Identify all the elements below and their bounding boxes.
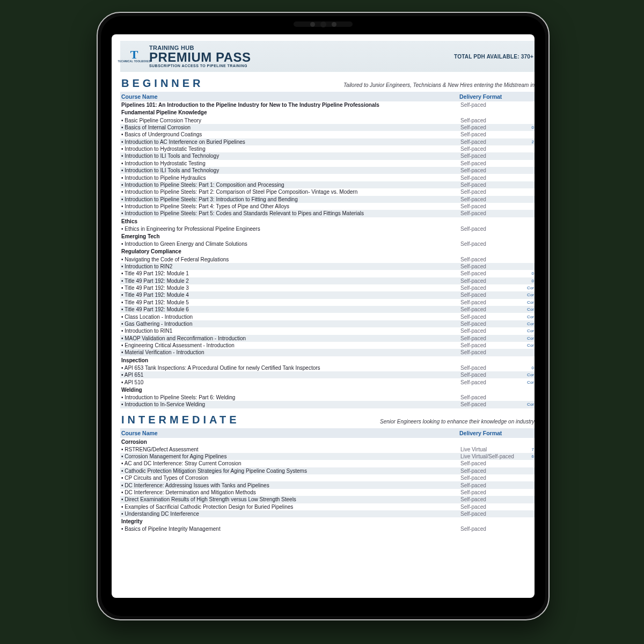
course-name: • Navigating the Code of Federal Regulat… — [120, 255, 459, 262]
logo-wordmark: TECHNICAL TOOLBOXES — [118, 61, 150, 63]
course-name: • Title 49 Part 192: Module 1 — [120, 270, 459, 277]
course-name: • Cathodic Protection Mitigation Strateg… — [120, 467, 459, 474]
course-row: • Title 49 Part 192: Module 3Self-pacedC… — [120, 284, 535, 291]
course-row: • Material Verification - IntroductionSe… — [120, 349, 535, 356]
course-name: • API 653 Tank Inspections: A Procedural… — [120, 364, 459, 371]
delivery-format: Self-paced — [459, 160, 524, 167]
level-title: INTERMEDIATE — [121, 414, 240, 426]
course-extra — [524, 181, 535, 188]
course-extra — [524, 101, 535, 108]
course-extra — [524, 481, 535, 488]
course-extra — [524, 145, 535, 152]
banner-title: PREMIUM PASS — [149, 51, 251, 64]
delivery-format: Self-paced — [459, 327, 524, 334]
course-name: • Introduction to RIN2 — [120, 263, 459, 270]
course-row: • Understanding DC InterferenceSelf-pace… — [120, 510, 535, 517]
course-name: Pipelines 101: An Introduction to the Pi… — [120, 101, 459, 108]
course-name: • Title 49 Part 192: Module 4 — [120, 291, 459, 298]
camera-dot — [332, 22, 336, 27]
course-row: • API 510Self-pacedCor — [120, 378, 535, 385]
course-extra: Cor — [524, 342, 535, 349]
course-name: • Basic Pipeline Corrosion Theory — [120, 116, 459, 123]
delivery-format: Self-paced — [459, 378, 524, 385]
course-name: • RSTRENG/Defect Assessment — [120, 446, 459, 453]
course-row: • Introduction to AC Interference on Bur… — [120, 138, 535, 145]
level-subtitle: Senior Engineers looking to enhance thei… — [380, 419, 535, 425]
course-name: • Introduction to AC Interference on Bur… — [120, 138, 459, 145]
course-name: • Understanding DC Interference — [120, 510, 459, 517]
course-name: • Corrosion Management for Aging Pipelin… — [120, 453, 459, 460]
course-extra — [524, 489, 535, 496]
course-row: • Introduction to RIN1Self-pacedCor — [120, 327, 535, 334]
course-row: • Cathodic Protection Mitigation Strateg… — [120, 467, 535, 474]
delivery-format: Self-paced — [459, 291, 524, 298]
course-row: • Basics of Underground CoatingsSelf-pac… — [120, 131, 535, 138]
course-extra — [524, 525, 535, 532]
course-name: • Material Verification - Introduction — [120, 349, 459, 356]
course-row: • RSTRENG/Defect AssessmentLive Virtual7 — [120, 446, 535, 453]
banner-subtitle: SUBSCRIPTION ACCESS TO PIPELINE TRAINING — [149, 64, 251, 68]
course-row: • Basics of Pipeline Integrity Managemen… — [120, 525, 535, 532]
course-extra — [524, 210, 535, 217]
course-row: • Title 49 Part 192: Module 2Self-paced0 — [120, 277, 535, 284]
course-row: • Corrosion Management for Aging Pipelin… — [120, 453, 535, 460]
col-delivery-format: Delivery Format — [459, 428, 524, 438]
course-row: • Title 49 Part 192: Module 1Self-paced0 — [120, 270, 535, 277]
col-course-name: Course Name — [120, 92, 459, 101]
course-extra — [524, 255, 535, 262]
course-name: • Introduction to Pipeline Steels: Part … — [120, 394, 459, 401]
delivery-format: Self-paced — [459, 116, 524, 123]
course-name: • Introduction to ILI Tools and Technolo… — [120, 152, 459, 159]
delivery-format: Self-paced — [459, 174, 524, 181]
course-extra — [524, 188, 535, 195]
delivery-format: Self-paced — [459, 167, 524, 174]
level-subtitle: Tailored to Junior Engineers, Technician… — [343, 82, 535, 88]
course-extra: 0 — [524, 124, 535, 131]
course-name: • Direct Examination Results of High Str… — [120, 496, 459, 503]
section-heading: Corrosion — [120, 438, 535, 446]
course-extra — [524, 503, 535, 510]
delivery-format: Self-paced — [459, 138, 524, 145]
course-row: • Ethics in Engineering for Professional… — [120, 225, 535, 232]
document-page: T TECHNICAL TOOLBOXES TRAINING HUB PREMI… — [112, 34, 535, 598]
course-extra — [524, 460, 535, 467]
course-extra — [524, 240, 535, 247]
tablet-camera-bar — [294, 21, 353, 27]
course-name: • Title 49 Part 192: Module 2 — [120, 277, 459, 284]
course-extra: Cor — [524, 327, 535, 334]
course-row: • API 651Self-pacedCor — [120, 371, 535, 378]
delivery-format: Self-paced — [459, 145, 524, 152]
col-course-name: Course Name — [120, 428, 459, 438]
course-extra — [524, 160, 535, 167]
delivery-format: Self-paced — [459, 181, 524, 188]
level-title: BEGINNER — [121, 77, 204, 90]
course-extra: Cor — [524, 378, 535, 385]
delivery-format: Self-paced — [459, 101, 524, 108]
course-extra — [524, 203, 535, 210]
course-name: • Ethics in Engineering for Professional… — [120, 225, 459, 232]
course-extra: Cor — [524, 371, 535, 378]
section-heading: Welding — [120, 386, 535, 394]
course-row: • AC and DC Interference: Stray Current … — [120, 460, 535, 467]
course-name: • Introduction to Pipeline Steels: Part … — [120, 196, 459, 203]
course-row: • Navigating the Code of Federal Regulat… — [120, 255, 535, 262]
delivery-format: Self-paced — [459, 474, 524, 481]
camera-lens — [320, 21, 326, 27]
brand-logo: T TECHNICAL TOOLBOXES — [123, 46, 145, 67]
header-banner: T TECHNICAL TOOLBOXES TRAINING HUB PREMI… — [120, 41, 535, 72]
delivery-format: Self-paced — [459, 313, 524, 320]
course-extra: Cor — [524, 401, 535, 408]
section-heading: Ethics — [120, 217, 535, 225]
course-row: Pipelines 101: An Introduction to the Pi… — [120, 101, 535, 108]
course-extra: 2 — [524, 138, 535, 145]
course-table: Course NameDelivery FormatCorrosion• RST… — [120, 428, 535, 533]
delivery-format: Self-paced — [459, 210, 524, 217]
course-extra — [524, 496, 535, 503]
delivery-format: Self-paced — [459, 481, 524, 488]
course-extra — [524, 152, 535, 159]
course-extra: Cor — [524, 291, 535, 298]
tablet-frame: T TECHNICAL TOOLBOXES TRAINING HUB PREMI… — [97, 12, 550, 620]
delivery-format: Self-paced — [459, 152, 524, 159]
course-extra — [524, 131, 535, 138]
delivery-format: Self-paced — [459, 225, 524, 232]
